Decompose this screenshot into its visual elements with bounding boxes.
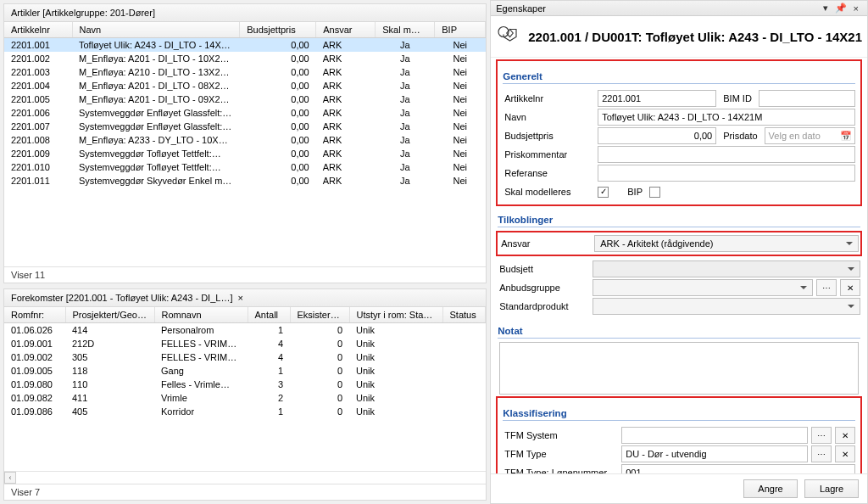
clear-icon[interactable]: ✕	[835, 445, 855, 462]
label-budsjettpris: Budsjettpris	[503, 130, 598, 142]
label-priskommentar: Priskommentar	[503, 148, 598, 160]
calendar-icon[interactable]: 📅	[839, 131, 853, 142]
select-anbudsgruppe[interactable]	[593, 279, 813, 296]
col-header[interactable]: Antall	[248, 307, 290, 323]
table-row[interactable]: 2201.008M_Enfløya: A233 - DY_LTO - 10X2……	[4, 133, 486, 147]
label-budsjett-link: Budsjett	[498, 263, 593, 275]
checkbox-bip[interactable]	[649, 187, 660, 198]
table-row[interactable]: 2201.002M_Enfløya: A201 - DI_LTO - 10X21…	[4, 52, 486, 65]
input-budsjettpris[interactable]	[598, 127, 716, 144]
input-bimid[interactable]	[759, 90, 855, 107]
label-artikkelnr: Artikkelnr	[503, 92, 598, 104]
right-header-title: Egenskaper	[496, 3, 546, 14]
label-navn: Navn	[503, 111, 598, 123]
clear-icon[interactable]: ✕	[840, 279, 860, 296]
table-row[interactable]: 01.09.002305FELLES - VRIM…40Unik	[4, 350, 486, 364]
select-ansvar[interactable]: ARK - Arkitekt (rådgivende)	[594, 235, 859, 252]
table-row[interactable]: 01.09.082411Vrimle20Unik	[4, 391, 486, 405]
table-row[interactable]: 01.09.080110Felles - Vrimle…30Unik	[4, 378, 486, 391]
select-standardprodukt[interactable]	[593, 298, 860, 315]
input-tfmsystem[interactable]	[621, 427, 808, 444]
section-klassifisering: Klassifisering	[503, 405, 855, 421]
label-tfmtype: TFM Type	[503, 448, 621, 460]
col-header[interactable]: Navn	[72, 22, 240, 38]
lagre-button[interactable]: Lagre	[804, 479, 859, 498]
input-prisdato[interactable]: Velg en dato 📅	[765, 127, 855, 144]
input-navn[interactable]	[598, 109, 855, 126]
col-header[interactable]: Ansvar	[316, 22, 376, 38]
input-referanse[interactable]	[598, 165, 855, 182]
cube-icon	[496, 23, 521, 50]
forekomster-grid[interactable]: Romfnr:Prosjektert/Geo…RomnavnAntallEksi…	[4, 307, 486, 418]
table-row[interactable]: 2201.001Tofløyet Ulik: A243 - DI_LTO - 1…	[4, 38, 486, 53]
pin-icon[interactable]: 📌	[832, 3, 850, 14]
col-header[interactable]: Budsjettpris	[240, 22, 316, 38]
label-standardprodukt: Standardprodukt	[498, 300, 593, 312]
dropdown-icon[interactable]: ▾	[820, 3, 832, 14]
table-row[interactable]: 2201.005M_Enfløya: A201 - DI_LTO - 09X21…	[4, 92, 486, 106]
textarea-notat[interactable]	[499, 342, 859, 395]
checkbox-skalmodelleres[interactable]: ✓	[598, 187, 609, 198]
col-header[interactable]: Eksistere…	[290, 307, 349, 323]
label-tfmsystem: TFM System	[503, 429, 621, 441]
col-header[interactable]: Romfnr:	[4, 307, 65, 323]
forekomster-footer: Viser 7	[4, 484, 486, 500]
prisdato-placeholder: Velg en dato	[769, 131, 821, 141]
table-row[interactable]: 01.09.001212DFELLES - VRIM…40Unik	[4, 337, 486, 350]
table-row[interactable]: 2201.011Systemveggdør Skyvedør Enkel m…0…	[4, 174, 486, 188]
label-bip: BIP	[624, 187, 646, 197]
table-row[interactable]: 01.09.005118Gang10Unik	[4, 364, 486, 378]
label-tfmlopenr: TFM Type: Løpenummer	[503, 467, 621, 473]
col-header[interactable]: Prosjektert/Geo…	[65, 307, 154, 323]
col-header[interactable]: Artikkelnr	[4, 22, 72, 38]
scroll-left-icon[interactable]: ‹	[4, 472, 16, 484]
table-row[interactable]: 2201.007Systemveggdør Enfløyet Glassfelt…	[4, 120, 486, 133]
selected-article-title: 2201.001 / DU001T: Tofløyet Ulik: A243 -…	[528, 30, 862, 44]
label-skalmodelleres: Skal modelleres	[503, 186, 598, 198]
col-header[interactable]: Romnavn	[154, 307, 248, 323]
select-budsjett[interactable]	[593, 260, 860, 277]
close-icon[interactable]: ×	[237, 293, 242, 303]
table-row[interactable]: 2201.010Systemveggdør Tofløyet Tettfelt:…	[4, 160, 486, 174]
more-icon[interactable]: ⋯	[811, 427, 832, 444]
table-row[interactable]: 2201.009Systemveggdør Tofløyet Tettfelt:…	[4, 147, 486, 160]
close-icon[interactable]: ×	[850, 3, 862, 14]
articles-footer: Viser 11	[4, 266, 486, 283]
panel-title-forekomster: Forekomster [2201.001 - Tofløyet Ulik: A…	[11, 293, 232, 303]
label-bimid: BIM ID	[720, 93, 755, 104]
more-icon[interactable]: ⋯	[811, 445, 832, 462]
input-tfmlopenr[interactable]	[621, 464, 855, 473]
more-icon[interactable]: ⋯	[816, 279, 837, 296]
col-header[interactable]: Status	[442, 307, 486, 323]
label-ansvar: Ansvar	[499, 238, 594, 249]
col-header[interactable]: Utstyr i rom: Sta…	[349, 307, 442, 323]
input-artikkelnr[interactable]	[598, 90, 716, 107]
label-referanse: Referanse	[503, 167, 598, 179]
articles-grid[interactable]: ArtikkelnrNavnBudsjettprisAnsvarSkal m…B…	[4, 22, 486, 188]
col-header[interactable]: BIP	[435, 22, 486, 38]
table-row[interactable]: 2201.004M_Enfløya: A201 - DI_LTO - 08X21…	[4, 79, 486, 92]
angre-button[interactable]: Angre	[743, 479, 798, 498]
label-anbudsgruppe: Anbudsgruppe	[498, 282, 593, 294]
section-notat: Notat	[498, 322, 860, 339]
table-row[interactable]: 01.09.086405Korridor10Unik	[4, 405, 486, 418]
input-priskommentar[interactable]	[598, 146, 855, 163]
clear-icon[interactable]: ✕	[835, 427, 855, 444]
panel-title-articles: Artikler [Artikkelgruppe: 201-Dører]	[4, 4, 486, 22]
input-tfmtype[interactable]	[621, 445, 808, 462]
table-row[interactable]: 01.06.026414Personalrom10Unik	[4, 323, 486, 338]
section-generelt: Generelt	[503, 68, 855, 84]
section-tilkoblinger: Tilkoblinger	[498, 211, 860, 227]
label-prisdato: Prisdato	[720, 131, 760, 141]
table-row[interactable]: 2201.003M_Enfløya: A210 - DI_LTO - 13X21…	[4, 65, 486, 79]
col-header[interactable]: Skal m…	[376, 22, 435, 38]
table-row[interactable]: 2201.006Systemveggdør Enfløyet Glassfelt…	[4, 106, 486, 120]
